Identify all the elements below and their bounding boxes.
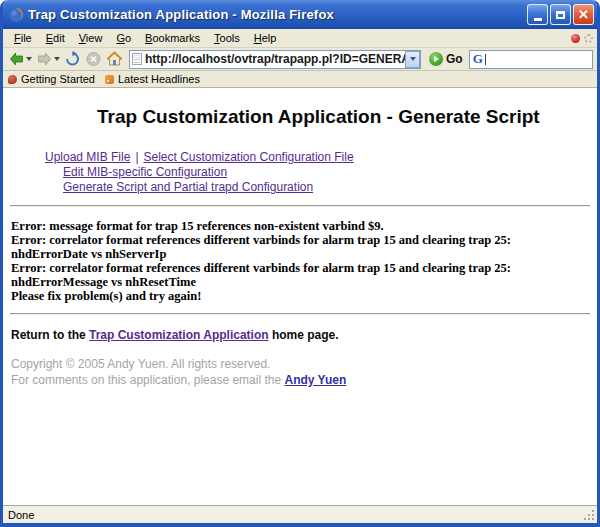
bookmark-getting-started[interactable]: Getting Started [8,73,95,85]
link-upload-mib-file[interactable]: Upload MIB File [45,150,130,164]
forward-dropdown-icon[interactable] [54,57,60,61]
forward-button[interactable] [35,50,61,69]
back-arrow-icon [8,51,25,67]
chevron-down-icon [410,57,416,61]
bookmark-latest-headlines[interactable]: Latest Headlines [105,73,200,85]
error-messages: Error: message format for trap 15 refere… [11,219,589,303]
back-button[interactable] [7,50,33,69]
minimize-icon [534,18,542,21]
error-line: Error: correlator format references diff… [11,233,589,261]
horizontal-rule [10,313,590,315]
link-select-customization-config[interactable]: Select Customization Configuration File [144,150,354,164]
title-bar[interactable]: Trap Customization Application - Mozilla… [3,0,597,29]
page-favicon [132,53,142,65]
maximize-icon [556,11,565,19]
bookmark-label: Latest Headlines [118,73,200,85]
page-footer: Copyright © 2005 Andy Yuen. All rights r… [11,356,589,388]
menu-edit[interactable]: Edit [39,30,72,46]
reload-button[interactable] [63,50,82,69]
firefox-icon [8,7,24,23]
return-suffix: home page. [269,328,339,342]
text-caret [485,54,486,65]
go-arrow-icon [429,52,443,66]
link-generate-script[interactable]: Generate Script and Partial trapd Config… [63,180,313,194]
menu-file[interactable]: File [7,30,39,46]
horizontal-rule [10,205,590,207]
comments-text: For comments on this application, please… [11,373,284,387]
close-button[interactable]: ✕ [573,4,594,25]
window-title: Trap Customization Application - Mozilla… [28,7,527,22]
firefox-window: Trap Customization Application - Mozilla… [0,0,600,527]
update-notification-icon[interactable] [571,34,580,43]
close-icon: ✕ [578,8,589,21]
menu-bar: File Edit View Go Bookmarks Tools Help [3,29,597,48]
page-title: Trap Customization Application - Generat… [97,104,543,129]
home-icon [106,51,123,67]
page-nav-links: Upload MIB File|Select Customization Con… [3,150,597,195]
status-bar: Done [3,505,597,523]
page-content: Trap Customization Application - Generat… [3,88,597,505]
go-button[interactable]: Go [429,52,463,66]
navigation-toolbar: http://localhost/ovtrap/trapapp.pl?ID=GE… [3,48,597,71]
url-history-dropdown[interactable] [405,51,420,68]
return-home-line: Return to the Trap Customization Applica… [11,328,589,342]
stop-button[interactable] [84,50,103,69]
live-bookmark-icon [105,75,114,84]
back-dropdown-icon[interactable] [26,57,32,61]
minimize-button[interactable] [527,4,548,25]
stop-icon [85,51,102,67]
bookmark-label: Getting Started [21,73,95,85]
bookmarks-toolbar: Getting Started Latest Headlines [3,71,597,88]
home-button[interactable] [105,50,124,69]
link-edit-mib-config[interactable]: Edit MIB-specific Configuration [63,165,227,179]
menu-help[interactable]: Help [247,30,284,46]
error-line: Error: correlator format references diff… [11,261,589,289]
return-prefix: Return to the [11,328,89,342]
url-input[interactable]: http://localhost/ovtrap/trapapp.pl?ID=GE… [142,52,405,66]
url-bar[interactable]: http://localhost/ovtrap/trapapp.pl?ID=GE… [129,50,421,69]
error-fix-prompt: Please fix problem(s) and try again! [11,289,589,303]
menu-view[interactable]: View [72,30,110,46]
reload-icon [64,51,81,67]
error-line: Error: message format for trap 15 refere… [11,219,589,233]
go-button-label: Go [446,52,463,66]
link-separator: | [130,150,143,164]
getting-started-icon [8,75,17,84]
link-home-page[interactable]: Trap Customization Application [89,328,269,342]
forward-arrow-icon [36,51,53,67]
link-email-author[interactable]: Andy Yuen [284,373,346,387]
status-text: Done [8,509,34,521]
menu-tools[interactable]: Tools [207,30,247,46]
google-search-icon[interactable]: G [473,51,483,67]
menu-bookmarks[interactable]: Bookmarks [138,30,207,46]
search-input[interactable]: G [469,50,593,69]
activity-indicator-icon [584,34,593,43]
menu-go[interactable]: Go [109,30,138,46]
resize-grip[interactable] [582,508,595,521]
copyright-text: Copyright © 2005 Andy Yuen. All rights r… [11,356,589,372]
maximize-button[interactable] [550,4,571,25]
